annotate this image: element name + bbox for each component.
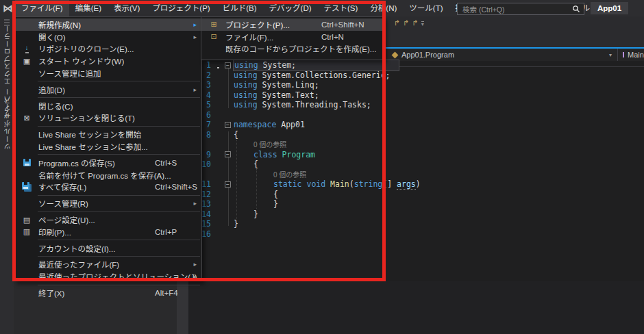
- fold-collapse-icon[interactable]: −: [225, 122, 231, 128]
- code-text: {: [234, 130, 238, 140]
- codelens-row[interactable]: 0 個の参照: [188, 140, 644, 150]
- quick-search-box[interactable]: 検索 (Ctrl+Q): [457, 3, 584, 15]
- print-glyph: ▥: [23, 227, 30, 236]
- menubar-item-2[interactable]: 表示(V): [108, 0, 146, 16]
- code-segment: Main: [325, 179, 349, 189]
- fold-collapse-icon[interactable]: −: [225, 151, 231, 157]
- menu-separator: [38, 154, 200, 155]
- menu-item-15[interactable]: 名前を付けて Program.cs を保存(A)...: [14, 169, 201, 181]
- code-segment: {: [234, 130, 238, 140]
- menu-item-label: ページ設定(U)...: [38, 214, 95, 225]
- editor-tool-3-icon[interactable]: ↱: [412, 18, 418, 27]
- code-line: 6: [188, 110, 644, 120]
- submenu-arrow-icon: ▸: [193, 261, 197, 268]
- code-line: 13}: [188, 199, 644, 209]
- menu-item-2[interactable]: ↓リポジトリのクローン(E)...: [14, 43, 201, 55]
- menu-item-label: プロジェクト(P)...: [225, 19, 290, 30]
- code-line: 14}: [188, 209, 644, 220]
- menubar-item-7[interactable]: 分析(N): [364, 0, 403, 16]
- code-line: 8{: [188, 130, 644, 140]
- navbar-type-label: App01.Program: [401, 51, 454, 59]
- code-text: }: [273, 199, 278, 209]
- fold-collapse-icon[interactable]: −: [225, 62, 231, 68]
- menubar-item-8[interactable]: ツール(T): [403, 0, 449, 16]
- menubar-item-0[interactable]: ファイル(F): [15, 0, 69, 16]
- codelens-row[interactable]: 0 個の参照: [188, 170, 644, 180]
- save-all-icon: [18, 182, 36, 192]
- solution-name-label: App01: [591, 2, 628, 14]
- code-text: using System;: [234, 60, 399, 70]
- code-text: using System.Linq;: [234, 80, 319, 90]
- visual-studio-logo-icon: ⋈: [0, 3, 15, 14]
- menu-item-16[interactable]: すべて保存(L)Ctrl+Shift+S: [14, 181, 201, 194]
- submenu-arrow-icon: ▸: [193, 34, 197, 40]
- menu-item-21[interactable]: ▥印刷(P)...Ctrl+P: [14, 226, 201, 238]
- menubar-item-4[interactable]: ビルド(B): [216, 0, 263, 16]
- menu-item-9[interactable]: ⊠ソリューションを閉じる(T): [14, 112, 201, 125]
- menu-item-26[interactable]: 最近使ったプロジェクトとソリューション(J)▸: [14, 270, 201, 283]
- code-segment: static: [273, 179, 302, 189]
- search-icon[interactable]: [571, 5, 581, 13]
- code-text: using System.Text;: [234, 90, 319, 101]
- print-icon: ▥: [18, 227, 36, 236]
- menu-item-label: 追加(D): [38, 84, 65, 95]
- code-segment: }: [273, 199, 278, 209]
- editor-toolbar: ↱↱↱▾: [394, 18, 424, 27]
- code-segment: System;: [258, 60, 296, 70]
- editor-navigation-bar: App01.Program ▾ Main(s: [386, 49, 644, 61]
- menu-item-11[interactable]: Live Share セッションを開始: [14, 128, 201, 140]
- menu-item-1[interactable]: 開く(O)▸: [14, 31, 201, 43]
- code-line: 1−using System;: [188, 60, 644, 70]
- fold-collapse-icon[interactable]: −: [225, 181, 231, 188]
- menu-item-18[interactable]: ソース管理(R)▸: [14, 197, 201, 209]
- menu-item-label: 閉じる(C): [38, 101, 73, 112]
- page-setup-icon: ▤: [18, 216, 36, 224]
- menu-item-label: Live Share セッションを開始: [38, 129, 141, 140]
- menu-item-20[interactable]: ▤ページ設定(U)...: [14, 214, 201, 226]
- menu-item-8[interactable]: 閉じる(C): [14, 100, 201, 112]
- clone-glyph: ↓: [25, 44, 29, 53]
- menu-item-label: 新規作成(N): [38, 19, 81, 30]
- code-segment: ): [416, 179, 421, 189]
- code-segment: class: [253, 150, 277, 159]
- code-line: 12{: [188, 190, 644, 200]
- menu-item-6[interactable]: 追加(D)▸: [14, 84, 201, 96]
- code-segment: System.Collections.Generic;: [258, 70, 391, 80]
- navbar-type-dropdown[interactable]: App01.Program ▾: [386, 49, 618, 61]
- menubar-item-6[interactable]: テスト(S): [318, 0, 364, 16]
- editor-tool-2-icon[interactable]: ↱: [403, 18, 409, 27]
- code-line: 5using System.Threading.Tasks;: [188, 100, 644, 110]
- menu-item-4[interactable]: ソース管理に追加: [14, 67, 201, 79]
- menubar-item-1[interactable]: 編集(E): [69, 0, 108, 16]
- save-glyph: [23, 159, 31, 166]
- editor-tool-1-icon[interactable]: ↱: [394, 18, 400, 27]
- code-segment: 0 個の参照: [253, 141, 286, 149]
- code-segment: []: [382, 179, 397, 189]
- new-file-glyph: ⊡: [210, 32, 216, 41]
- menu-item-14[interactable]: Program.cs の保存(S)Ctrl+S: [14, 157, 201, 169]
- menu-item-23[interactable]: アカウントの設定(I)...: [14, 242, 201, 255]
- menu-separator: [38, 256, 200, 257]
- menu-item-28[interactable]: 終了(X)Alt+F4: [14, 287, 201, 299]
- menu-item-12[interactable]: Live Share セッションに参加...: [14, 140, 201, 153]
- code-segment: {: [253, 159, 258, 169]
- code-line: 9−class Program: [188, 150, 644, 160]
- tab-toolbox[interactable]: ツールボックス: [3, 97, 13, 150]
- menu-item-2[interactable]: 既存のコードからプロジェクトを作成(E)...: [201, 43, 383, 55]
- menubar-item-3[interactable]: プロジェクト(P): [146, 0, 216, 16]
- menubar-item-5[interactable]: デバッグ(D): [263, 0, 318, 16]
- menu-item-25[interactable]: 最近使ったファイル(F)▸: [14, 259, 201, 271]
- code-line: 15}: [188, 219, 644, 229]
- menu-item-1[interactable]: ⊡ファイル(F)...Ctrl+N: [201, 31, 383, 43]
- code-segment: namespace: [234, 120, 276, 129]
- menu-item-3[interactable]: ▣スタート ウィンドウ(W): [14, 55, 201, 67]
- lightbulb-icon[interactable]: [215, 62, 222, 68]
- toolbar-overflow-icon[interactable]: ▾: [421, 21, 424, 27]
- menu-separator: [38, 240, 200, 240]
- menu-shortcut: Ctrl+Shift+S: [155, 183, 197, 191]
- menu-item-0[interactable]: ⊞プロジェクト(P)...Ctrl+Shift+N: [201, 18, 383, 31]
- menu-item-0[interactable]: 新規作成(N)▸: [14, 18, 201, 31]
- code-text: using System.Threading.Tasks;: [234, 100, 371, 110]
- navbar-member-dropdown[interactable]: Main(s: [618, 49, 644, 61]
- start-window-glyph: ▣: [23, 57, 30, 66]
